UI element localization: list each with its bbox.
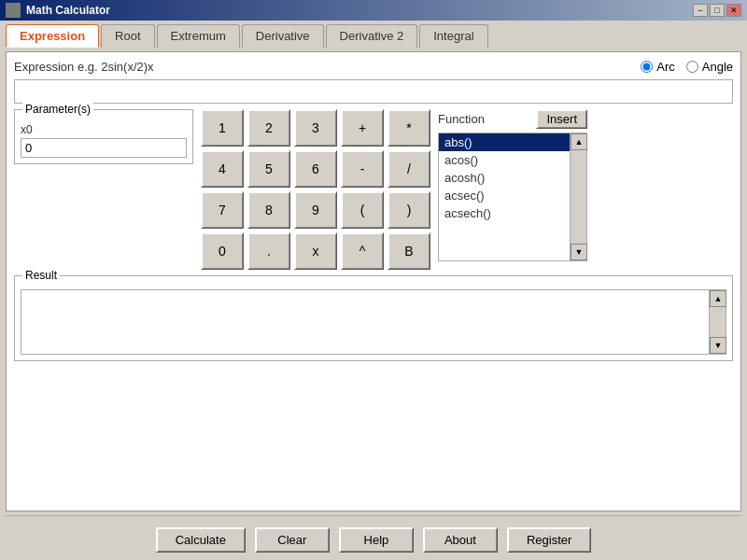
- main-content: Expression Root Extremum Derivative Deri…: [0, 21, 747, 560]
- parameters-box: Parameter(s) x0: [14, 109, 193, 164]
- function-scrollbar: ▲ ▼: [570, 133, 586, 260]
- minimize-button[interactable]: –: [693, 4, 708, 17]
- tab-integral[interactable]: Integral: [419, 24, 487, 48]
- key-7-button[interactable]: 7: [201, 191, 244, 229]
- divider: [6, 515, 741, 516]
- function-section: Function Insert abs()acos()acosh()acsec(…: [438, 109, 587, 261]
- arc-label: Arc: [656, 60, 675, 74]
- bottom-buttons: Calculate Clear Help About Register: [6, 520, 741, 556]
- close-button[interactable]: ✕: [726, 4, 741, 17]
- insert-button[interactable]: Insert: [536, 109, 587, 129]
- angle-radio[interactable]: [686, 61, 698, 73]
- key-_-button[interactable]: -: [341, 150, 384, 188]
- function-header: Function Insert: [438, 109, 587, 129]
- angle-radio-label[interactable]: Angle: [686, 60, 733, 74]
- function-list[interactable]: abs()acos()acosh()acsec()acsech(): [439, 133, 570, 260]
- tab-extremum[interactable]: Extremum: [157, 24, 240, 48]
- keypad: 123+*456-/789()0.x^B: [201, 109, 430, 270]
- key-_-button[interactable]: +: [341, 109, 384, 147]
- function-list-container: abs()acos()acosh()acsec()acsech() ▲ ▼: [438, 133, 587, 261]
- maximize-button[interactable]: □: [710, 4, 725, 17]
- title-text: Math Calculator: [26, 4, 110, 17]
- key-2-button[interactable]: 2: [247, 109, 290, 147]
- register-button[interactable]: Register: [507, 527, 591, 553]
- tab-expression[interactable]: Expression: [6, 24, 99, 48]
- key-3-button[interactable]: 3: [294, 109, 337, 147]
- key-B-button[interactable]: B: [388, 232, 430, 270]
- function-list-item[interactable]: acsech(): [439, 204, 570, 222]
- middle-section: Parameter(s) x0 123+*456-/789()0.x^B Fun…: [14, 109, 733, 270]
- app-icon: [6, 3, 21, 18]
- main-panel: Expression e.g. 2sin(x/2)x Arc Angle Par…: [6, 51, 741, 511]
- key-8-button[interactable]: 8: [247, 191, 290, 229]
- scroll-down-arrow[interactable]: ▼: [571, 244, 587, 260]
- function-list-item[interactable]: acsec(): [439, 187, 570, 204]
- expression-header: Expression e.g. 2sin(x/2)x Arc Angle: [14, 60, 733, 74]
- expression-input[interactable]: [14, 79, 733, 104]
- angle-mode-group: Arc Angle: [641, 60, 733, 74]
- key-_-button[interactable]: ): [388, 191, 430, 229]
- tab-derivative[interactable]: Derivative: [242, 24, 324, 48]
- key-9-button[interactable]: 9: [294, 191, 337, 229]
- key-4-button[interactable]: 4: [201, 150, 244, 188]
- function-list-item[interactable]: acos(): [439, 151, 570, 169]
- key-_-button[interactable]: (: [341, 191, 384, 229]
- result-area-container: ▲ ▼: [21, 289, 726, 355]
- key-1-button[interactable]: 1: [201, 109, 244, 147]
- key-0-button[interactable]: 0: [201, 232, 244, 270]
- help-button[interactable]: Help: [339, 527, 414, 553]
- result-scrollbar: ▲ ▼: [709, 290, 726, 354]
- key-_-button[interactable]: ^: [341, 232, 384, 270]
- calculate-button[interactable]: Calculate: [156, 527, 246, 553]
- title-bar: Math Calculator – □ ✕: [0, 0, 747, 21]
- function-list-item[interactable]: acosh(): [439, 169, 570, 187]
- key-5-button[interactable]: 5: [247, 150, 290, 188]
- function-label: Function: [438, 112, 485, 126]
- key-_-button[interactable]: *: [388, 109, 430, 147]
- clear-button[interactable]: Clear: [255, 527, 330, 553]
- parameters-legend: Parameter(s): [22, 103, 93, 116]
- param-x0-input[interactable]: [21, 138, 187, 158]
- result-scroll-down[interactable]: ▼: [710, 337, 726, 354]
- tab-bar: Expression Root Extremum Derivative Deri…: [6, 24, 741, 48]
- key-_-button[interactable]: .: [247, 232, 290, 270]
- result-textarea[interactable]: [21, 290, 709, 354]
- key-x-button[interactable]: x: [294, 232, 337, 270]
- expression-label: Expression e.g. 2sin(x/2)x: [14, 60, 154, 74]
- result-scroll-up[interactable]: ▲: [710, 290, 726, 307]
- about-button[interactable]: About: [423, 527, 498, 553]
- tab-derivative2[interactable]: Derivative 2: [326, 24, 418, 48]
- arc-radio-label[interactable]: Arc: [641, 60, 675, 74]
- function-list-item[interactable]: abs(): [439, 133, 570, 151]
- window-controls: – □ ✕: [693, 4, 741, 17]
- result-section: Result ▲ ▼: [14, 275, 733, 361]
- result-legend: Result: [22, 269, 60, 282]
- param-label: x0: [21, 123, 187, 136]
- arc-radio[interactable]: [641, 61, 653, 73]
- scroll-up-arrow[interactable]: ▲: [571, 133, 587, 150]
- key-6-button[interactable]: 6: [294, 150, 337, 188]
- key-_-button[interactable]: /: [388, 150, 430, 188]
- angle-label: Angle: [702, 60, 733, 74]
- tab-root[interactable]: Root: [101, 24, 154, 48]
